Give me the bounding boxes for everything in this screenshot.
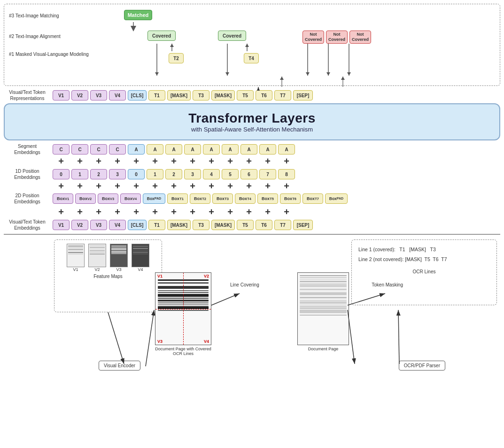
plus2-1: + [53,181,70,192]
emb-mask1: [MASK] [167,220,191,230]
seg-a3: A [165,144,182,154]
p1d-0a: 0 [53,169,70,179]
seg-a2: A [147,144,163,154]
plus3-13: + [278,207,295,217]
emb-t3: T3 [193,220,209,230]
obj2-label: #2 Text-Image Alignment [9,34,103,39]
pos2d-emb-label: 2D PositionEmbeddings [4,193,51,205]
p1d-8b: 8 [278,169,295,179]
p1d-1a: 1 [71,169,88,179]
p1d-2b: 2 [165,169,182,179]
plus1-3: + [90,156,107,167]
pretraining-label: Pre-training Objectives [0,39,0,52]
transformer-title: Transformer Layers [8,111,496,126]
seg-a1: A [128,144,145,154]
p1d-0b: 0 [128,169,145,179]
visual-encoder-label: Visual Encoder [99,361,140,371]
emb-t5: T5 [237,220,254,230]
plus2-7: + [165,181,182,192]
plus2-12: + [259,181,276,192]
ocr-lines-box: Line 1 (covered): T1 [MASK] T3 Line 2 (n… [351,239,497,305]
t2-box: T2 [169,53,184,63]
pos2d-emb-row: 2D PositionEmbeddings BoxV1 BoxV2 BoxV3 … [4,193,500,205]
pos1d-emb-row: 1D PositionEmbeddings 0 1 2 3 0 1 2 3 4 … [4,168,500,180]
plus3-2: + [71,207,88,217]
plus1-1: + [53,156,70,167]
divider [4,234,500,235]
plus1-12: + [259,156,276,167]
p2d-t5: BoxT5 [257,193,278,204]
plus1-8: + [184,156,201,167]
t4-box: T4 [244,53,259,63]
vt-emb-label: Visual/Text TokenEmbeddings [4,219,51,231]
ocr-lines-label: OCR Lines [358,269,490,274]
repr-t5: T5 [237,90,254,100]
not-covered-box-3: NotCovered [349,31,371,44]
repr-t1: T1 [148,90,165,100]
doc-page-container: Document Page [297,272,349,351]
plus1-5: + [128,156,145,167]
plus3-10: + [222,207,239,217]
plus1-4: + [109,156,126,167]
repr-v3: V3 [90,90,107,100]
repr-mask2: [MASK] [211,90,235,100]
repr-sep: [SEP] [293,90,313,100]
doc-covered-label: Document Page with Covered OCR Lines [155,347,211,356]
line2-tokens: [MASK] T5 T6 T7 [405,256,447,262]
svg-marker-12 [326,72,330,76]
plus3-12: + [259,207,276,217]
doc-v3-label: V3 [157,339,163,344]
plus-row-2: + + + + + + + + + + + + + [4,181,500,192]
token-masking-label: Token Masking [372,282,403,288]
doc-v2-label: V2 [204,274,209,278]
transformer-block: Transformer Layers with Spatial-Aware Se… [4,103,500,140]
doc-page-label: Document Page [297,347,349,351]
svg-line-21 [398,310,399,364]
plus2-6: + [147,181,163,192]
feature-maps-label: Feature Maps [58,274,158,279]
p2d-t6: BoxT6 [280,193,301,204]
fm-label-v4: V4 [138,267,143,272]
repr-t6: T6 [256,90,272,100]
repr-mask1: [MASK] [167,90,191,100]
p2d-t7: BoxT7 [302,193,323,204]
svg-line-19 [146,310,154,366]
p1d-6b: 6 [240,169,257,179]
main-diagram: Pre-training Objectives #3 Text-Image Ma… [0,0,504,448]
seg-c1: C [53,144,70,154]
emb-t7: T7 [274,220,291,230]
line2-label: Line 2 (not covered): [358,256,403,262]
svg-marker-8 [245,44,249,47]
vt-repr-label: Visual/Text TokenRepresentations [4,89,51,101]
svg-line-22 [211,294,240,305]
feature-maps-box: V1 V2 [54,239,162,312]
ocr-lines-content: Line 1 (covered): T1 [MASK] T3 Line 2 (n… [358,245,490,264]
line1-tokens: T1 [MASK] T3 [399,247,435,252]
seg-a4: A [184,144,201,154]
plus-row-3: + + + + + + + + + + + + + [4,207,500,217]
obj3-row: #3 Text-Image Matching Matched [9,8,496,23]
not-covered-box-2: NotCovered [326,31,348,44]
seg-a8: A [259,144,276,154]
plus1-11: + [240,156,257,167]
seg-a6: A [222,144,239,154]
p2d-t4: BoxT4 [235,193,256,204]
p2d-pad1: BoxPAD [143,193,165,204]
plus1-7: + [165,156,182,167]
p2d-t3: BoxT3 [212,193,233,204]
plus2-3: + [90,181,107,192]
emb-t6: T6 [256,220,272,230]
plus3-8: + [184,207,201,217]
p1d-1b: 1 [147,169,163,179]
plus2-2: + [71,181,88,192]
plus3-5: + [128,207,145,217]
plus2-9: + [203,181,220,192]
emb-v3: V3 [90,220,107,230]
matched-box: Matched [124,10,152,20]
vt-emb-row: Visual/Text TokenEmbeddings V1 V2 V3 V4 … [4,219,500,231]
pos1d-emb-label: 1D PositionEmbeddings [4,168,51,180]
plus1-10: + [222,156,239,167]
segment-emb-label: SegmentEmbeddings [4,143,51,155]
doc-v4-label: V4 [204,339,209,344]
p1d-3b: 3 [184,169,201,179]
